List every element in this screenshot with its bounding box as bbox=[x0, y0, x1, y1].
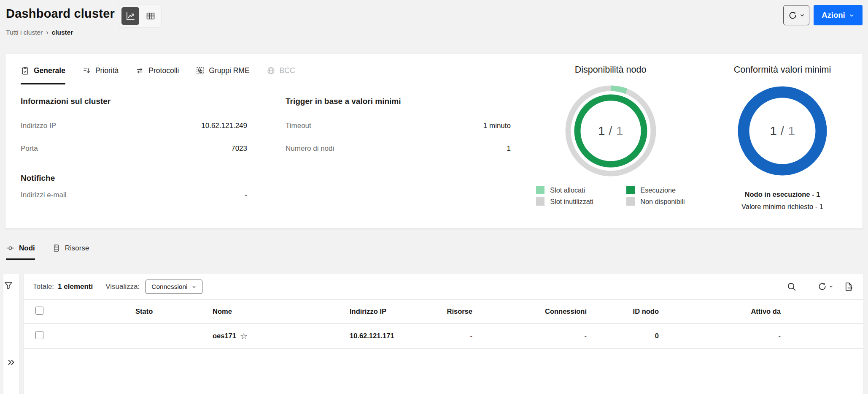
info-label: Timeout bbox=[286, 122, 311, 130]
expand-panel-button[interactable] bbox=[3, 357, 19, 367]
legend-label: Slot inutilizzati bbox=[550, 198, 593, 206]
select-all-checkbox[interactable] bbox=[35, 307, 43, 315]
info-label: Indirizzi e-mail bbox=[21, 191, 67, 199]
filter-button[interactable] bbox=[3, 280, 13, 291]
legend-label: Non disponibili bbox=[640, 198, 685, 206]
node-attivo-da: - bbox=[659, 332, 781, 340]
info-value: 1 minuto bbox=[483, 122, 511, 130]
tab-protocolli[interactable]: Protocolli bbox=[135, 66, 179, 84]
favorite-star-icon[interactable]: ☆ bbox=[240, 332, 248, 340]
chart-view-button[interactable] bbox=[121, 7, 139, 25]
table-view-button[interactable] bbox=[142, 7, 159, 25]
view-toggle-group bbox=[119, 5, 162, 27]
transfer-arrows-icon bbox=[135, 66, 144, 75]
globe-icon bbox=[267, 66, 275, 75]
tab-bcc: BCC bbox=[267, 66, 295, 84]
ratio-separator: / bbox=[609, 124, 612, 138]
info-value: 10.62.121.249 bbox=[201, 122, 247, 130]
chart-title: Disponibilità nodo bbox=[527, 65, 694, 75]
sort-priority-icon bbox=[82, 66, 91, 75]
double-chevron-right-icon bbox=[6, 357, 16, 367]
breadcrumb-current: cluster bbox=[52, 29, 73, 36]
tab-label: Generale bbox=[34, 66, 65, 75]
running-node-text: Nodo in esecuzione - 1 bbox=[702, 188, 863, 201]
cluster-overview-card: Generale Priorità Protocolli bbox=[5, 54, 863, 228]
column-header-id-nodo: ID nodo bbox=[587, 307, 659, 315]
breadcrumb-separator-icon: › bbox=[46, 29, 48, 36]
compliance-donut: 1 / 1 bbox=[733, 82, 831, 180]
tab-generale[interactable]: Generale bbox=[21, 66, 65, 84]
line-chart-icon bbox=[125, 11, 135, 21]
info-row-email: Indirizzi e-mail - bbox=[21, 184, 247, 207]
column-header-nome: Nome bbox=[192, 307, 329, 315]
view-selected-value: Connessioni bbox=[151, 283, 187, 291]
ratio-separator: / bbox=[781, 124, 784, 138]
node-connessioni: - bbox=[472, 332, 587, 340]
breadcrumb-parent-link[interactable]: Tutti i cluster bbox=[6, 29, 43, 36]
nodes-tab-bar: Nodi Risorse bbox=[6, 244, 89, 260]
table-refresh-button[interactable] bbox=[817, 282, 833, 291]
chevron-down-icon bbox=[829, 284, 833, 289]
required-minimum-text: Valore minimo richiesto - 1 bbox=[702, 201, 863, 213]
section-title: Notifiche bbox=[21, 173, 247, 184]
row-checkbox[interactable] bbox=[35, 331, 43, 339]
refresh-icon bbox=[817, 282, 827, 291]
filter-funnel-icon bbox=[3, 280, 13, 291]
legend-item-esecuzione: Esecuzione bbox=[626, 186, 685, 194]
group-select-icon bbox=[196, 66, 205, 75]
tab-priorita[interactable]: Priorità bbox=[82, 66, 119, 84]
table-icon bbox=[146, 11, 156, 21]
total-label: Totale: bbox=[33, 283, 54, 291]
compliance-annotation: Nodo in esecuzione - 1 Valore minimo ric… bbox=[702, 188, 863, 213]
tab-label: Risorse bbox=[65, 244, 89, 253]
table-header-row: Stato Nome Indirizzo IP Risorse Connessi… bbox=[24, 300, 863, 323]
column-header-attivo-da: Attivo da bbox=[659, 307, 781, 315]
info-label: Porta bbox=[21, 144, 38, 153]
resources-icon bbox=[52, 244, 61, 253]
tab-label: Protocolli bbox=[148, 66, 179, 75]
page-header: Dashboard cluster Tutti i cluster › clus… bbox=[0, 0, 868, 54]
column-header-stato: Stato bbox=[53, 307, 192, 315]
nodes-table-card: Totale: 1 elementi Visualizza: Connessio… bbox=[24, 274, 863, 394]
view-select-dropdown[interactable]: Connessioni bbox=[146, 280, 202, 294]
tab-label: BCC bbox=[280, 66, 295, 75]
clipboard-check-icon bbox=[21, 66, 30, 75]
node-risorse: - bbox=[424, 332, 472, 340]
tab-risorse[interactable]: Risorse bbox=[52, 244, 89, 260]
running-count: 1 bbox=[598, 124, 605, 138]
trigger-info-column: Trigger in base a valori minimi Timeout … bbox=[286, 96, 511, 207]
donut-center-label: 1 / 1 bbox=[562, 82, 660, 180]
info-row-timeout: Timeout 1 minuto bbox=[286, 114, 511, 137]
cluster-info-area: Informazioni sul cluster Indirizzo IP 10… bbox=[21, 96, 511, 207]
tab-nodi[interactable]: Nodi bbox=[6, 244, 35, 260]
minimum-compliance-chart: Conformità valori minimi 1 / 1 Nodo in e… bbox=[702, 65, 863, 213]
legend-label: Esecuzione bbox=[640, 186, 676, 194]
tab-label: Priorità bbox=[95, 66, 119, 75]
running-count: 1 bbox=[770, 124, 777, 138]
node-icon bbox=[6, 244, 15, 253]
availability-legend: Slot allocati Esecuzione Slot inutilizza… bbox=[527, 186, 694, 206]
node-name[interactable]: oes171 bbox=[213, 332, 236, 340]
tab-label: Gruppi RME bbox=[209, 66, 249, 75]
required-count: 1 bbox=[788, 124, 795, 138]
legend-item-slot-allocati: Slot allocati bbox=[536, 186, 616, 194]
actions-button[interactable]: Azioni bbox=[814, 5, 863, 25]
node-id: 0 bbox=[587, 332, 659, 340]
search-button[interactable] bbox=[787, 282, 797, 292]
chart-title: Conformità valori minimi bbox=[702, 65, 863, 75]
breadcrumb: Tutti i cluster › cluster bbox=[6, 29, 73, 36]
info-value: 7023 bbox=[231, 144, 247, 153]
refresh-button[interactable] bbox=[783, 5, 809, 25]
search-icon bbox=[787, 282, 797, 292]
export-button[interactable] bbox=[844, 282, 854, 292]
tab-gruppi-rme[interactable]: Gruppi RME bbox=[196, 66, 249, 84]
table-row[interactable]: oes171 ☆ 10.62.121.171 - - 0 - bbox=[24, 323, 863, 349]
legend-swatch bbox=[626, 197, 635, 206]
table-toolbar-actions bbox=[787, 280, 854, 293]
info-label: Numero di nodi bbox=[286, 144, 334, 153]
filter-rail bbox=[3, 274, 19, 394]
column-header-indirizzo-ip: Indirizzo IP bbox=[329, 307, 424, 315]
tab-label: Nodi bbox=[19, 244, 35, 253]
chevron-down-icon bbox=[800, 13, 805, 18]
info-row-indirizzo-ip: Indirizzo IP 10.62.121.249 bbox=[21, 114, 247, 137]
